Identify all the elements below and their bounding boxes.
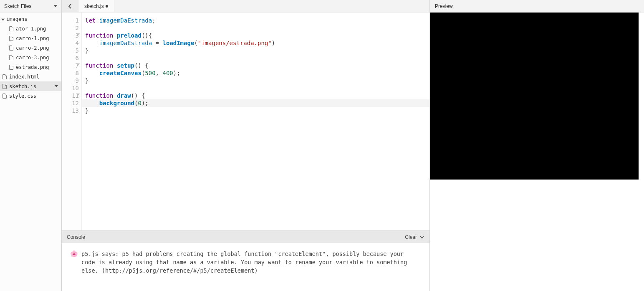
token-fn: createCanvas <box>99 70 141 76</box>
file-carro-1-png[interactable]: carro-1.png <box>0 33 61 43</box>
code-line[interactable]: } <box>85 107 426 114</box>
console-message: 🌸 p5.js says: p5 had problems creating t… <box>70 250 421 275</box>
file-label: carro-3.png <box>16 55 49 61</box>
file-label: carro-2.png <box>16 45 49 51</box>
code-line[interactable]: } <box>85 77 426 84</box>
line-gutter: 12345678910111213 <box>62 13 82 230</box>
caret-down-icon[interactable] <box>55 85 58 87</box>
code-line[interactable]: createCanvas(500, 400); <box>85 69 426 77</box>
token-p: (){ <box>141 32 152 39</box>
line-number: 6 <box>62 54 79 62</box>
file-label: sketch.js <box>9 84 36 89</box>
code-content[interactable]: let imagemDaEstrada; function preload(){… <box>82 13 429 230</box>
file-label: style.css <box>9 93 36 99</box>
token-p <box>113 92 116 99</box>
code-line[interactable] <box>85 54 426 62</box>
token-num: 400 <box>162 70 173 76</box>
code-line[interactable]: function draw() { <box>85 92 426 99</box>
token-p <box>113 32 116 39</box>
file-label: index.html <box>9 74 39 80</box>
file-icon <box>9 36 13 41</box>
fold-icon[interactable] <box>76 63 80 66</box>
preview-column: Preview <box>429 0 644 291</box>
file-tree: imagensator-1.pngcarro-1.pngcarro-2.pngc… <box>0 13 61 102</box>
file-icon <box>3 94 7 99</box>
token-num: 500 <box>145 70 155 76</box>
sidebar-header[interactable]: Sketch Files <box>0 0 61 13</box>
token-p: () { <box>134 62 149 69</box>
token-str: "imagens/estrada.png" <box>198 40 272 46</box>
caret-down-icon[interactable] <box>54 5 57 7</box>
console-clear-button[interactable]: Clear <box>405 234 424 240</box>
folder-imagens[interactable]: imagens <box>0 14 61 24</box>
tab-sketch-js[interactable]: sketch.js <box>78 0 114 12</box>
token-num: 0 <box>138 100 141 106</box>
file-sketch-js[interactable]: sketch.js <box>0 81 61 91</box>
code-line[interactable]: } <box>85 47 426 54</box>
token-fn: draw <box>117 92 131 99</box>
line-number: 2 <box>62 24 79 32</box>
code-line[interactable]: imagemDaEstrada = loadImage("imagens/est… <box>85 39 426 47</box>
file-icon <box>3 84 7 89</box>
token-ident: imagemDaEstrada <box>99 17 152 24</box>
preview-canvas[interactable] <box>430 13 639 180</box>
file-style-css[interactable]: style.css <box>0 91 61 101</box>
console-body[interactable]: 🌸 p5.js says: p5 had problems creating t… <box>62 243 429 291</box>
token-p: } <box>85 107 88 114</box>
token-p: } <box>85 77 88 84</box>
token-fn: preload <box>117 32 141 39</box>
file-icon <box>9 65 13 70</box>
file-estrada-png[interactable]: estrada.png <box>0 62 61 72</box>
editor-tabs: sketch.js <box>62 0 429 13</box>
token-p: = <box>152 40 162 46</box>
sidebar: Sketch Files imagensator-1.pngcarro-1.pn… <box>0 0 62 291</box>
token-kw: function <box>85 92 113 99</box>
token-p: ); <box>141 100 149 106</box>
token-fn: loadImage <box>162 40 194 46</box>
token-p <box>85 100 99 106</box>
fold-icon[interactable] <box>76 94 80 96</box>
console-header: Console Clear <box>62 230 429 243</box>
token-p: ); <box>173 70 180 76</box>
code-line[interactable] <box>85 84 426 92</box>
line-number: 8 <box>62 69 79 77</box>
file-label: estrada.png <box>16 64 49 70</box>
file-carro-3-png[interactable]: carro-3.png <box>0 53 61 62</box>
code-line[interactable]: function setup() { <box>85 62 426 69</box>
line-number: 3 <box>62 32 79 39</box>
line-number: 10 <box>62 84 79 92</box>
editor-column: sketch.js 12345678910111213 let imagemDa… <box>62 0 429 291</box>
file-icon <box>9 46 13 51</box>
chevron-left-icon <box>68 4 73 9</box>
flower-icon: 🌸 <box>70 250 78 275</box>
file-ator-1-png[interactable]: ator-1.png <box>0 24 61 33</box>
code-line[interactable]: function preload(){ <box>85 32 426 39</box>
token-p: ( <box>194 40 197 46</box>
preview-header: Preview <box>430 0 644 13</box>
line-number: 7 <box>62 62 79 69</box>
token-p <box>85 70 99 76</box>
preview-body <box>430 13 644 291</box>
code-line[interactable]: let imagemDaEstrada; <box>85 17 426 24</box>
code-editor[interactable]: 12345678910111213 let imagemDaEstrada; f… <box>62 13 429 230</box>
tab-label: sketch.js <box>84 3 104 9</box>
sidebar-title: Sketch Files <box>4 3 31 9</box>
folder-label: imagens <box>6 16 28 22</box>
file-label: ator-1.png <box>16 26 46 32</box>
file-index-html[interactable]: index.html <box>0 72 61 81</box>
fold-icon[interactable] <box>76 33 80 35</box>
back-button[interactable] <box>62 0 78 12</box>
line-number: 5 <box>62 47 79 54</box>
token-p: ) <box>272 40 275 46</box>
line-number: 11 <box>62 92 79 99</box>
line-number: 13 <box>62 107 79 114</box>
code-line[interactable] <box>85 24 426 32</box>
file-carro-2-png[interactable]: carro-2.png <box>0 43 61 53</box>
token-kw: function <box>85 62 113 69</box>
preview-title: Preview <box>435 3 453 9</box>
token-kw: let <box>85 17 96 24</box>
token-p: ; <box>152 17 155 24</box>
app-root: Sketch Files imagensator-1.pngcarro-1.pn… <box>0 0 644 291</box>
line-number: 12 <box>62 99 79 107</box>
token-p <box>96 17 99 24</box>
